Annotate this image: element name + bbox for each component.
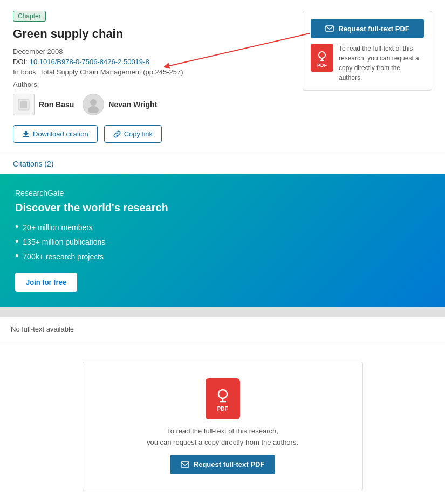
svg-point-8 bbox=[319, 52, 325, 58]
red-arrow bbox=[164, 31, 315, 74]
download-citation-button[interactable]: Download citation bbox=[13, 125, 98, 143]
bottom-request-fulltext-button[interactable]: Request full-text PDF bbox=[170, 455, 275, 474]
author-item[interactable]: Ron Basu bbox=[13, 94, 74, 115]
authors-label: Authors: bbox=[13, 80, 292, 88]
banner-item-2: 700k+ research projects bbox=[15, 251, 430, 262]
bottom-pdf-area: PDF To read the full-text of this resear… bbox=[0, 341, 445, 504]
banner-item-0: 20+ million members bbox=[15, 222, 430, 233]
svg-point-4 bbox=[90, 99, 97, 106]
svg-line-1 bbox=[169, 33, 310, 66]
copy-link-button[interactable]: Copy link bbox=[104, 125, 162, 143]
svg-rect-14 bbox=[181, 462, 189, 467]
link-icon bbox=[113, 130, 121, 138]
email-icon bbox=[325, 24, 334, 33]
citations-link[interactable]: Citations (2) bbox=[13, 160, 53, 168]
banner-section: ResearchGate Discover the world's resear… bbox=[0, 174, 445, 307]
sidebar: Request full-text PDF To read the full-t… bbox=[303, 11, 432, 154]
separator bbox=[0, 307, 445, 317]
request-fulltext-button[interactable]: Request full-text PDF bbox=[311, 19, 424, 38]
doi-line: DOI: 10.1016/B978-0-7506-8426-2.50019-8 bbox=[13, 58, 292, 66]
svg-point-5 bbox=[88, 106, 99, 113]
sidebar-card: Request full-text PDF To read the full-t… bbox=[303, 11, 432, 91]
authors-row: Ron Basu Nevan Wright bbox=[13, 94, 292, 115]
author-name-nevan: Nevan Wright bbox=[108, 100, 157, 109]
action-buttons: Download citation Copy link bbox=[13, 125, 292, 143]
svg-rect-6 bbox=[23, 136, 29, 137]
svg-rect-3 bbox=[20, 101, 27, 108]
author-avatar-ron bbox=[13, 94, 35, 115]
pdf-info-area: To read the full-text of this research, … bbox=[311, 44, 424, 82]
pdf-label-large: PDF bbox=[217, 406, 228, 412]
author-item-2[interactable]: Nevan Wright bbox=[83, 94, 157, 115]
svg-point-11 bbox=[218, 390, 227, 398]
pdf-icon-large: PDF bbox=[206, 378, 240, 419]
banner-title: Discover the world's research bbox=[15, 202, 430, 214]
download-icon bbox=[22, 130, 30, 138]
join-free-button[interactable]: Join for free bbox=[15, 273, 77, 292]
pdf-request-text: To read the full-text of this research, … bbox=[147, 426, 298, 448]
svg-rect-7 bbox=[326, 26, 333, 31]
pdf-icon-small bbox=[311, 44, 333, 72]
citations-section: Citations (2) bbox=[0, 154, 445, 174]
bottom-email-icon bbox=[181, 460, 189, 469]
author-avatar-nevan bbox=[83, 94, 104, 115]
pdf-note: To read the full-text of this research, … bbox=[339, 44, 424, 82]
chapter-badge: Chapter bbox=[13, 11, 46, 22]
bottom-card: PDF To read the full-text of this resear… bbox=[83, 362, 363, 491]
doi-link[interactable]: 10.1016/B978-0-7506-8426-2.50019-8 bbox=[30, 58, 149, 66]
bottom-section: No full-text available PDF To bbox=[0, 317, 445, 504]
banner-brand: ResearchGate bbox=[15, 189, 430, 197]
author-name-ron: Ron Basu bbox=[39, 100, 74, 109]
banner-item-1: 135+ million publications bbox=[15, 236, 430, 247]
no-fulltext-bar: No full-text available bbox=[0, 317, 445, 341]
banner-list: 20+ million members 135+ million publica… bbox=[15, 222, 430, 262]
